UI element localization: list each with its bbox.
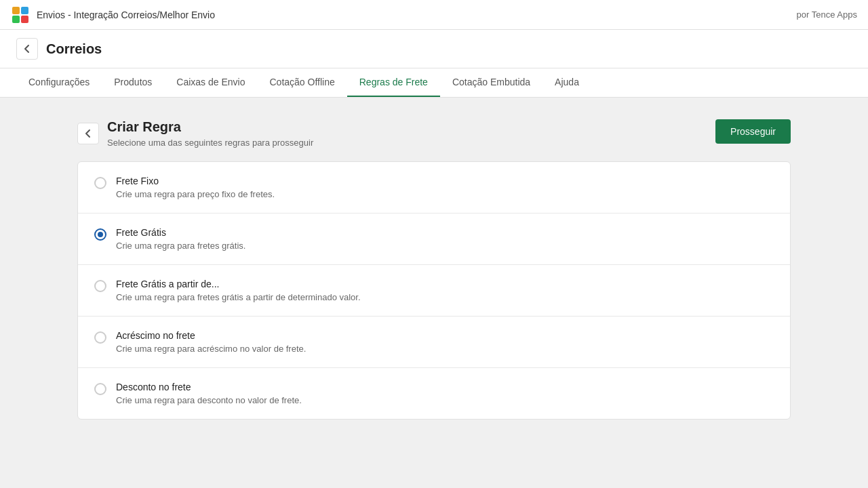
option-frete-gratis-desc: Crie uma regra para fretes grátis. — [116, 241, 245, 251]
tab-regras-de-frete[interactable]: Regras de Frete — [347, 68, 440, 97]
option-acrescimo-frete-label: Acréscimo no frete — [116, 330, 306, 341]
topbar: Envios - Integração Correios/Melhor Envi… — [0, 0, 868, 30]
option-frete-fixo-desc: Crie uma regra para preço fixo de fretes… — [116, 189, 275, 199]
option-frete-gratis-partir-texts: Frete Grátis a partir de... Crie uma reg… — [116, 279, 361, 302]
option-acrescimo-frete-desc: Crie uma regra para acréscimo no valor d… — [116, 344, 306, 354]
topbar-title: Envios - Integração Correios/Melhor Envi… — [37, 9, 215, 20]
tab-caixas-de-envio[interactable]: Caixas de Envio — [164, 68, 257, 97]
options-card: Frete Fixo Crie uma regra para preço fix… — [77, 161, 791, 420]
create-rule-header: Criar Regra Selecione uma das seguintes … — [77, 119, 791, 148]
create-rule-title: Criar Regra — [107, 119, 313, 135]
tab-cotacao-offline[interactable]: Cotação Offline — [258, 68, 347, 97]
topbar-brand: por Tence Apps — [797, 9, 857, 20]
option-acrescimo-frete[interactable]: Acréscimo no frete Crie uma regra para a… — [78, 317, 790, 368]
option-frete-fixo[interactable]: Frete Fixo Crie uma regra para preço fix… — [78, 162, 790, 214]
option-frete-gratis-label: Frete Grátis — [116, 227, 245, 238]
option-frete-gratis-partir[interactable]: Frete Grátis a partir de... Crie uma reg… — [78, 265, 790, 317]
option-desconto-frete-texts: Desconto no frete Crie uma regra para de… — [116, 382, 302, 405]
option-desconto-frete-desc: Crie uma regra para desconto no valor de… — [116, 395, 302, 405]
option-frete-gratis-texts: Frete Grátis Crie uma regra para fretes … — [116, 227, 245, 251]
radio-frete-fixo[interactable] — [94, 177, 106, 189]
radio-desconto-frete[interactable] — [94, 383, 106, 395]
option-frete-gratis-partir-label: Frete Grátis a partir de... — [116, 279, 361, 289]
tab-ajuda[interactable]: Ajuda — [542, 68, 591, 97]
svg-rect-4 — [21, 16, 28, 23]
tab-produtos[interactable]: Produtos — [102, 68, 164, 97]
radio-frete-gratis-partir[interactable] — [94, 280, 106, 292]
option-acrescimo-frete-texts: Acréscimo no frete Crie uma regra para a… — [116, 330, 306, 354]
svg-rect-3 — [12, 16, 20, 23]
topbar-left: Envios - Integração Correios/Melhor Envi… — [11, 5, 215, 24]
option-frete-gratis[interactable]: Frete Grátis Crie uma regra para fretes … — [78, 214, 790, 265]
create-rule-subtitle: Selecione uma das seguintes regras para … — [107, 138, 313, 148]
option-frete-fixo-texts: Frete Fixo Crie uma regra para preço fix… — [116, 176, 275, 199]
tab-configuracoes[interactable]: Configurações — [16, 68, 102, 97]
create-rule-back-button[interactable] — [77, 123, 99, 144]
create-rule-title-group: Criar Regra Selecione uma das seguintes … — [77, 119, 313, 148]
option-desconto-frete[interactable]: Desconto no frete Crie uma regra para de… — [78, 368, 790, 419]
page-title: Correios — [46, 41, 102, 57]
option-frete-gratis-partir-desc: Crie uma regra para fretes grátis a part… — [116, 292, 361, 302]
svg-rect-2 — [21, 7, 28, 14]
tab-cotacao-embutida[interactable]: Cotação Embutida — [440, 68, 542, 97]
radio-frete-gratis[interactable] — [94, 228, 106, 241]
page-header: Correios — [0, 30, 868, 68]
page-back-button[interactable] — [16, 38, 38, 60]
svg-rect-1 — [12, 7, 20, 14]
nav-tabs: Configurações Produtos Caixas de Envio C… — [0, 68, 868, 98]
radio-acrescimo-frete[interactable] — [94, 331, 106, 344]
app-icon — [11, 5, 30, 24]
option-frete-fixo-label: Frete Fixo — [116, 176, 275, 186]
option-desconto-frete-label: Desconto no frete — [116, 382, 302, 392]
create-rule-texts: Criar Regra Selecione uma das seguintes … — [107, 119, 313, 148]
proceed-button[interactable]: Prosseguir — [715, 119, 791, 144]
main-content: Criar Regra Selecione uma das seguintes … — [61, 98, 807, 441]
